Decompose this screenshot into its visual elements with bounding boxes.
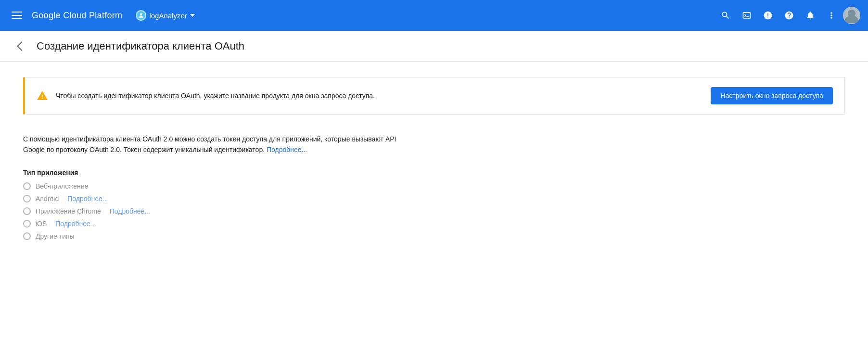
warning-icon [37, 90, 48, 102]
back-arrow-icon [17, 41, 26, 51]
project-icon [136, 10, 146, 21]
ios-learn-more-link[interactable]: Подробнее... [55, 220, 96, 228]
project-name: logAnalyzer [149, 12, 187, 20]
top-nav: Google Cloud Platform logAnalyzer [0, 0, 868, 31]
help-icon[interactable] [779, 6, 799, 25]
radio-label-ios: iOS [36, 220, 49, 228]
radio-label-chrome: Приложение Chrome [36, 207, 103, 215]
app-type-section-title: Тип приложения [23, 169, 845, 177]
page-title: Создание идентификатора клиента OAuth [37, 40, 244, 52]
radio-circle-android [23, 195, 31, 203]
svg-point-0 [140, 13, 142, 15]
radio-circle-other [23, 232, 31, 240]
search-icon[interactable] [716, 6, 735, 25]
main-content: Чтобы создать идентификатор клиента OAut… [0, 62, 868, 356]
chrome-learn-more-link[interactable]: Подробнее... [110, 207, 150, 215]
radio-item-web[interactable]: Веб-приложение [23, 182, 845, 190]
description-learn-more-link[interactable]: Подробнее... [267, 146, 307, 153]
configure-consent-button[interactable]: Настроить окно запроса доступа [711, 87, 833, 104]
announcement-icon[interactable] [758, 6, 778, 25]
terminal-icon[interactable] [737, 6, 756, 25]
nav-icon-group [716, 6, 860, 25]
description-main: С помощью идентификатора клиента OAuth 2… [23, 135, 396, 153]
radio-label-android: Android [36, 195, 61, 203]
radio-circle-web [23, 182, 31, 190]
warning-banner: Чтобы создать идентификатор клиента OAut… [23, 77, 845, 114]
warning-text: Чтобы создать идентификатор клиента OAut… [56, 91, 703, 101]
radio-circle-chrome [23, 207, 31, 215]
notifications-icon[interactable] [801, 6, 820, 25]
radio-label-other: Другие типы [36, 232, 75, 240]
user-avatar[interactable] [843, 7, 860, 24]
radio-label-web: Веб-приложение [36, 182, 88, 190]
radio-item-ios[interactable]: iOS Подробнее... [23, 220, 845, 228]
radio-item-other[interactable]: Другие типы [23, 232, 845, 240]
project-chevron-icon [190, 14, 195, 17]
android-learn-more-link[interactable]: Подробнее... [67, 195, 108, 203]
radio-item-android[interactable]: Android Подробнее... [23, 195, 845, 203]
more-options-icon[interactable] [822, 6, 841, 25]
hamburger-menu[interactable] [8, 8, 26, 23]
app-logo: Google Cloud Platform [32, 11, 122, 21]
project-selector[interactable]: logAnalyzer [132, 8, 198, 23]
back-button[interactable] [12, 38, 29, 55]
radio-circle-ios [23, 220, 31, 228]
radio-item-chrome[interactable]: Приложение Chrome Подробнее... [23, 207, 845, 215]
app-type-radio-group: Веб-приложение Android Подробнее... Прил… [23, 182, 845, 240]
subheader: Создание идентификатора клиента OAuth [0, 31, 868, 62]
description-text: С помощью идентификатора клиента OAuth 2… [23, 134, 398, 155]
